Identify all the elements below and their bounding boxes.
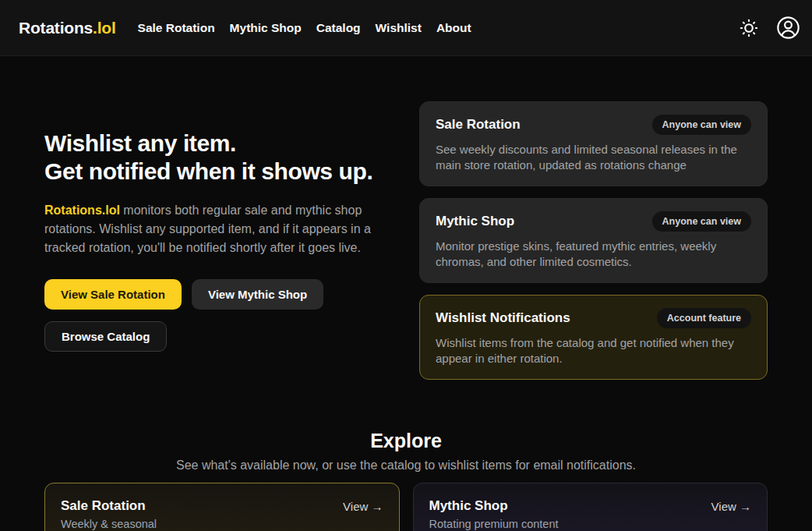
explore-subtitle: See what's available now, or use the cat…	[44, 457, 768, 474]
logo-name: Rotations	[19, 19, 93, 37]
browse-catalog-button[interactable]: Browse Catalog	[44, 321, 167, 352]
nav-sale-rotation[interactable]: Sale Rotation	[138, 21, 215, 35]
feature-card-head: Wishlist Notifications Account feature	[436, 308, 751, 328]
hero-intro-brand: Rotations.lol	[44, 204, 120, 217]
nav-catalog[interactable]: Catalog	[316, 21, 361, 35]
access-badge: Anyone can view	[652, 115, 751, 135]
feature-card-head: Mythic Shop Anyone can view	[436, 211, 751, 232]
nav-mythic-shop[interactable]: Mythic Shop	[230, 21, 302, 35]
explore-card-title: Sale Rotation	[61, 498, 146, 514]
explore-cards: Sale Rotation View → Weekly & seasonal M…	[44, 483, 768, 531]
feature-card-wishlist-notifications: Wishlist Notifications Account feature W…	[419, 295, 768, 380]
view-link[interactable]: View →	[711, 500, 751, 513]
logo-tld: .lol	[93, 19, 116, 37]
feature-card-title: Wishlist Notifications	[436, 310, 570, 326]
sun-icon	[739, 18, 759, 38]
hero-intro: Rotations.lol monitors both regular sale…	[44, 201, 394, 257]
main-nav: Sale Rotation Mythic Shop Catalog Wishli…	[138, 21, 471, 35]
hero-heading-line2: Get notified when it shows up.	[44, 158, 394, 186]
access-badge: Anyone can view	[652, 211, 751, 232]
logo[interactable]: Rotations.lol	[19, 19, 116, 37]
nav-wishlist[interactable]: Wishlist	[376, 21, 422, 35]
nav-about[interactable]: About	[436, 21, 471, 35]
explore-card-mythic-shop[interactable]: Mythic Shop View → Rotating premium cont…	[413, 483, 768, 531]
hero-buttons: View Sale Rotation View Mythic Shop Brow…	[44, 279, 387, 352]
feature-card-mythic-shop: Mythic Shop Anyone can view Monitor pres…	[419, 198, 768, 283]
header: Rotations.lol Sale Rotation Mythic Shop …	[0, 0, 812, 56]
feature-card-sale-rotation: Sale Rotation Anyone can view See weekly…	[419, 101, 768, 186]
hero-left: Wishlist any item. Get notified when it …	[44, 129, 394, 352]
explore-card-title: Mythic Shop	[429, 498, 508, 514]
explore-title: Explore	[44, 430, 768, 452]
header-actions	[734, 13, 803, 43]
explore-card-sale-rotation[interactable]: Sale Rotation View → Weekly & seasonal	[44, 483, 400, 531]
view-mythic-shop-button[interactable]: View Mythic Shop	[192, 279, 323, 310]
hero-heading: Wishlist any item. Get notified when it …	[44, 129, 394, 186]
hero-heading-line1: Wishlist any item.	[44, 129, 394, 158]
access-badge: Account feature	[657, 308, 751, 328]
explore-section: Explore See what's available now, or use…	[44, 430, 768, 531]
explore-card-subtitle: Weekly & seasonal	[61, 518, 383, 530]
main-content: Wishlist any item. Get notified when it …	[44, 101, 768, 531]
explore-card-head: Sale Rotation View →	[61, 498, 383, 514]
feature-card-title: Sale Rotation	[436, 117, 521, 133]
feature-card-head: Sale Rotation Anyone can view	[436, 115, 751, 135]
view-link[interactable]: View →	[343, 500, 383, 513]
feature-card-description: See weekly discounts and limited seasona…	[436, 142, 751, 173]
view-sale-rotation-button[interactable]: View Sale Rotation	[44, 279, 182, 310]
explore-card-head: Mythic Shop View →	[429, 498, 752, 514]
theme-toggle-button[interactable]	[734, 13, 764, 43]
account-icon	[776, 16, 800, 40]
feature-card-description: Monitor prestige skins, featured mythic …	[436, 239, 751, 270]
feature-card-description: Wishlist items from the catalog and get …	[436, 335, 751, 366]
feature-card-title: Mythic Shop	[436, 214, 514, 229]
explore-card-subtitle: Rotating premium content	[429, 518, 752, 530]
hero-section: Wishlist any item. Get notified when it …	[44, 101, 768, 380]
account-button[interactable]	[773, 13, 803, 43]
feature-cards: Sale Rotation Anyone can view See weekly…	[419, 101, 768, 380]
